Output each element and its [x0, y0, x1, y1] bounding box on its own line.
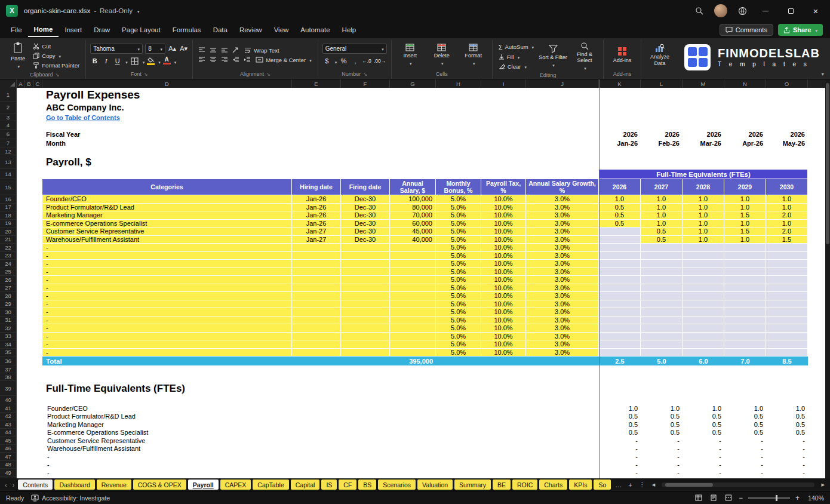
cell-fte[interactable] — [683, 316, 724, 325]
cell-fte[interactable]: 1.0 — [766, 220, 808, 228]
cell-category[interactable]: - — [42, 333, 292, 341]
percent-format-button[interactable]: % — [339, 57, 348, 64]
fte-row-label[interactable]: - — [42, 469, 292, 477]
cell-firing-date[interactable] — [341, 292, 390, 300]
row-header-23[interactable]: 23 — [0, 252, 17, 260]
cell-category[interactable]: - — [42, 276, 292, 284]
cell-fte[interactable]: 1.0 — [683, 204, 724, 212]
fte-row-value[interactable]: 1.0 — [683, 404, 724, 413]
fte-row-value[interactable]: 0.5 — [641, 413, 683, 421]
fte-row-label[interactable]: Marketing Manager — [42, 420, 292, 429]
accessibility-checker[interactable]: Accessibility: Investigate — [31, 494, 110, 502]
fte-row-value[interactable]: - — [724, 461, 766, 469]
cell-firing-date[interactable]: Dec-30 — [341, 220, 390, 228]
cell-annual-salary[interactable] — [390, 324, 436, 333]
normal-view-icon[interactable] — [694, 493, 703, 503]
sheet-tab-capital[interactable]: Capital — [291, 480, 320, 490]
row-header-17[interactable]: 17 — [0, 204, 17, 212]
cell-firing-date[interactable] — [341, 349, 390, 357]
table-header-firing-date[interactable]: Firing date — [341, 179, 390, 195]
cell-payroll-tax[interactable]: 10.0% — [481, 284, 526, 293]
cell-fte[interactable] — [599, 292, 641, 300]
column-header-L[interactable]: L — [641, 79, 683, 88]
cell-fte[interactable]: 1.0 — [724, 195, 766, 204]
cell-category[interactable]: - — [42, 292, 292, 300]
grow-font-button[interactable]: A▴ — [168, 45, 177, 53]
cell-fte[interactable]: 2.0 — [766, 228, 808, 236]
cell-salary-growth[interactable]: 3.0% — [526, 349, 599, 357]
cell-category[interactable]: - — [42, 324, 292, 333]
menu-data[interactable]: Data — [207, 23, 233, 36]
cell-monthly-bonus[interactable]: 5.0% — [436, 195, 481, 204]
fte-row-label[interactable]: Founder/CEO — [42, 404, 292, 413]
cell-fte[interactable] — [724, 244, 766, 252]
cell-fte[interactable] — [724, 276, 766, 284]
analyze-data-button[interactable]: Analyze Data — [645, 42, 674, 67]
cell-annual-salary[interactable] — [390, 292, 436, 300]
cut-button[interactable]: Cut — [31, 42, 81, 50]
fte-row-value[interactable]: 1.0 — [766, 404, 808, 413]
cell-payroll-tax[interactable]: 10.0% — [481, 324, 526, 333]
cell-firing-date[interactable] — [341, 340, 390, 349]
menu-draw[interactable]: Draw — [88, 23, 116, 36]
cell-category[interactable]: Customer Service Representative — [42, 228, 292, 236]
cell-annual-salary[interactable]: 100,000 — [390, 195, 436, 204]
cell-fte[interactable] — [641, 260, 683, 268]
cell-payroll-tax[interactable]: 10.0% — [481, 195, 526, 204]
row-header-20[interactable]: 20 — [0, 228, 17, 236]
row-header-40[interactable]: 40 — [0, 396, 17, 404]
cell-hiring-date[interactable]: Jan-27 — [292, 228, 341, 236]
cell-fte[interactable] — [641, 276, 683, 284]
cell-fte[interactable] — [683, 340, 724, 349]
row-header-31[interactable]: 31 — [0, 316, 17, 325]
zoom-in-button[interactable]: + — [795, 494, 800, 502]
cell-hiring-date[interactable] — [292, 284, 341, 293]
cell-hiring-date[interactable]: Jan-27 — [292, 236, 341, 244]
fte-row-value[interactable]: - — [766, 461, 808, 469]
sort-filter-button[interactable]: Sort & Filter — [539, 44, 567, 69]
cell-fte[interactable] — [766, 333, 808, 341]
cell-fte[interactable] — [683, 260, 724, 268]
copy-button[interactable]: Copy — [31, 52, 81, 60]
menu-automate[interactable]: Automate — [294, 23, 336, 36]
search-icon[interactable] — [693, 4, 706, 17]
sheet-tab-capex[interactable]: CAPEX — [220, 480, 251, 490]
row-header-44[interactable]: 44 — [0, 429, 17, 437]
table-header-year[interactable]: 2026 — [599, 179, 641, 195]
total-fte[interactable]: 6.0 — [683, 357, 724, 365]
total-fte[interactable]: 2.5 — [599, 357, 641, 365]
cell-fte[interactable] — [641, 333, 683, 341]
cell-category[interactable]: - — [42, 268, 292, 276]
fte-row-value[interactable]: 0.5 — [599, 413, 641, 421]
cell-salary-growth[interactable]: 3.0% — [526, 252, 599, 260]
cell-monthly-bonus[interactable]: 5.0% — [436, 292, 481, 300]
cell-fte[interactable]: 1.0 — [599, 195, 641, 204]
fte-row-value[interactable]: 0.5 — [724, 429, 766, 437]
cell-firing-date[interactable]: Dec-30 — [341, 228, 390, 236]
table-header-hiring-date[interactable]: Hiring date — [292, 179, 341, 195]
fte-row-value[interactable]: - — [599, 445, 641, 453]
table-header-annual-salary[interactable]: Annual Salary, $ — [390, 179, 436, 195]
row-header-45[interactable]: 45 — [0, 437, 17, 445]
align-left-button[interactable] — [197, 57, 206, 63]
cell-fte[interactable]: 0.5 — [599, 220, 641, 228]
table-header-salary-growth[interactable]: Annual Salary Growth, % — [526, 179, 599, 195]
cell-hiring-date[interactable] — [292, 316, 341, 325]
cell-fte[interactable]: 1.5 — [724, 228, 766, 236]
find-select-button[interactable]: Find & Select — [570, 41, 599, 72]
cell-firing-date[interactable] — [341, 308, 390, 316]
cell-fte[interactable] — [724, 260, 766, 268]
cell-fte[interactable] — [641, 324, 683, 333]
cell-fte[interactable]: 1.5 — [724, 211, 766, 220]
fte-row-value[interactable]: - — [599, 453, 641, 461]
fte-row-label[interactable]: E-commerce Operations Specialist — [42, 429, 292, 437]
cell-hiring-date[interactable] — [292, 324, 341, 333]
cell-monthly-bonus[interactable]: 5.0% — [436, 268, 481, 276]
row-header-24[interactable]: 24 — [0, 260, 17, 268]
cell-fte[interactable] — [599, 316, 641, 325]
row-header-16[interactable]: 16 — [0, 195, 17, 204]
cell-fte[interactable] — [766, 308, 808, 316]
menu-home[interactable]: Home — [28, 23, 59, 37]
cell-fte[interactable] — [641, 300, 683, 309]
cell-fte[interactable]: 1.0 — [683, 195, 724, 204]
